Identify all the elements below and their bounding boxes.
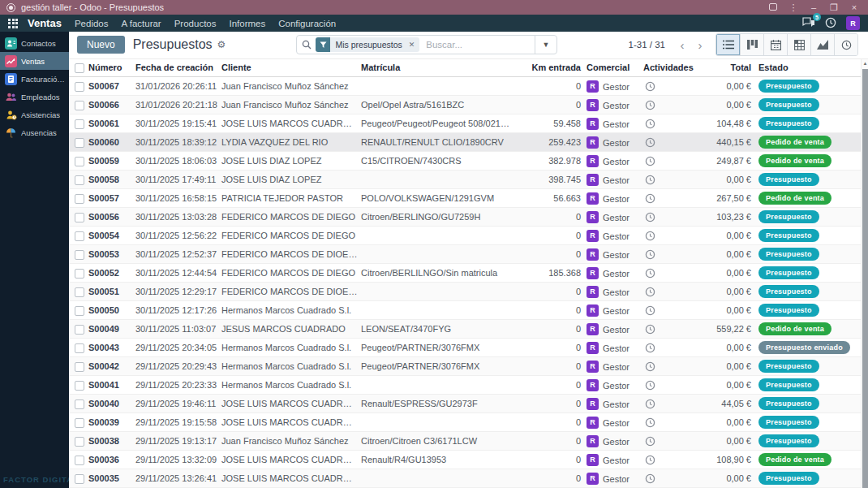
activity-clock-icon[interactable] [645,230,655,240]
activity-clock-icon[interactable] [645,136,655,146]
gear-icon[interactable]: ⚙ [217,39,226,50]
row-checkbox[interactable] [75,362,84,372]
row-checkbox[interactable] [75,101,84,110]
table-row[interactable]: S00052 30/11/2025 12:44:54 FEDERICO MARC… [69,264,868,283]
row-checkbox[interactable] [75,157,84,166]
row-checkbox[interactable] [75,250,84,260]
row-checkbox[interactable] [75,306,84,316]
table-row[interactable]: S00066 31/01/2026 20:21:18 Juan Francisc… [69,96,868,114]
table-row[interactable]: S00038 29/11/2025 19:13:17 Juan Francisc… [69,432,868,451]
app-name[interactable]: Ventas [28,17,62,29]
activity-clock-icon[interactable] [645,155,655,165]
sidebar-item-facturacion[interactable]: Facturación / ... [0,70,69,88]
activity-clock-icon[interactable] [645,379,655,389]
table-row[interactable]: S00051 30/11/2025 12:29:17 FEDERICO MARC… [69,283,868,301]
sidebar-item-empleados[interactable]: Empleados [0,88,69,106]
activity-clock-icon[interactable] [645,248,655,258]
row-checkbox[interactable] [75,325,84,335]
sidebar-item-ausencias[interactable]: Ausencias [0,123,69,141]
view-calendar-button[interactable] [763,34,787,55]
col-actividades[interactable]: Actividades [639,59,696,77]
col-estado[interactable]: Estado [754,59,868,77]
row-checkbox[interactable] [75,418,84,428]
row-checkbox[interactable] [75,231,84,241]
maximize-button[interactable]: ❐ [827,2,841,13]
table-row[interactable]: S00041 29/11/2025 20:23:33 Hermanos Marc… [69,376,868,395]
table-row[interactable]: S00035 29/11/2025 13:26:41 JOSE LUIS MAR… [69,469,868,488]
pager-next-button[interactable]: › [693,39,707,51]
new-button[interactable]: Nuevo [77,36,125,54]
activity-clock-icon[interactable] [645,342,655,352]
table-row[interactable]: S00042 29/11/2025 20:29:43 Hermanos Marc… [69,357,868,376]
activity-clock-icon[interactable] [645,473,655,482]
row-checkbox[interactable] [75,175,84,185]
activity-clock-icon[interactable] [645,435,655,445]
col-total[interactable]: Total [696,59,754,77]
sidebar-item-contactos[interactable]: Contactos [0,34,69,52]
table-row[interactable]: S00058 30/11/2025 17:49:11 JOSE LUIS DIA… [69,171,868,189]
table-row[interactable]: S00036 29/11/2025 13:32:09 JOSE LUIS MAR… [69,451,868,469]
activity-clock-icon[interactable] [645,99,655,109]
menu-productos[interactable]: Productos [174,19,217,28]
row-checkbox[interactable] [75,82,84,92]
row-checkbox[interactable] [75,474,84,484]
activity-clock-icon[interactable] [645,286,655,296]
activity-clock-icon[interactable] [645,323,655,333]
table-row[interactable]: S00056 30/11/2025 13:03:28 FEDERICO MARC… [69,208,868,227]
view-pivot-button[interactable] [787,34,810,55]
row-checkbox[interactable] [75,399,84,409]
apps-grid-icon[interactable] [8,19,18,28]
table-row[interactable]: S00054 30/11/2025 12:56:22 FEDERICO MARC… [69,227,868,245]
activity-clock-icon[interactable] [645,174,655,184]
menu-informes[interactable]: Informes [229,19,265,28]
col-comercial[interactable]: Comercial [582,59,639,77]
search-bar[interactable]: Mis presupuestos ✕ Buscar... ▼ [296,35,557,54]
scroll-up-arrow[interactable]: ▲ [862,61,868,66]
vertical-scrollbar[interactable]: ▲ [861,59,868,488]
window-menu-button[interactable]: ⋮ [786,2,801,13]
col-numero[interactable]: Número [87,59,134,77]
row-checkbox[interactable] [75,194,84,204]
table-row[interactable]: S00053 30/11/2025 12:52:37 FEDERICO MARC… [69,245,868,264]
table-row[interactable]: S00061 30/11/2025 19:15:41 JOSE LUIS MAR… [69,114,868,133]
table-row[interactable]: S00060 30/11/2025 18:39:12 LYDIA VAZQUEZ… [69,133,868,152]
table-row[interactable]: S00059 30/11/2025 18:06:03 JOSE LUIS DIA… [69,152,868,171]
facet-remove-icon[interactable]: ✕ [407,37,420,52]
close-button[interactable]: × [847,2,862,12]
search-input[interactable]: Buscar... [426,40,534,50]
table-row[interactable]: S00043 29/11/2025 20:34:05 Hermanos Marc… [69,339,868,357]
row-checkbox[interactable] [75,437,84,447]
col-km-entrada[interactable]: Km entrada [513,59,582,77]
col-cliente[interactable]: Cliente [220,59,359,77]
table-row[interactable]: S00050 30/11/2025 12:17:26 Hermanos Marc… [69,301,868,320]
table-row[interactable]: S00057 30/11/2025 16:58:15 PATRICIA TEJE… [69,189,868,208]
table-row[interactable]: S00040 29/11/2025 19:46:11 JOSE LUIS MAR… [69,395,868,413]
row-checkbox[interactable] [75,343,84,353]
menu-configuracion[interactable]: Configuración [278,19,336,28]
messages-icon[interactable]: 5 [802,17,815,29]
menu-a-facturar[interactable]: A facturar [121,19,161,28]
table-row[interactable]: S00039 29/11/2025 19:15:58 JOSE LUIS MAR… [69,413,868,432]
menu-pedidos[interactable]: Pedidos [75,19,109,28]
view-list-button[interactable] [716,34,740,55]
view-graph-button[interactable] [810,34,834,55]
scrollbar-thumb[interactable] [862,69,868,488]
row-checkbox[interactable] [75,213,84,222]
minimize-button[interactable]: – [806,2,821,12]
activities-clock-icon[interactable] [825,17,836,30]
row-checkbox[interactable] [75,381,84,391]
row-checkbox[interactable] [75,269,84,279]
user-avatar[interactable]: R [846,16,860,30]
activity-clock-icon[interactable] [645,192,655,202]
view-kanban-button[interactable] [740,34,763,55]
row-checkbox[interactable] [75,138,84,148]
row-checkbox[interactable] [75,119,84,129]
table-row[interactable]: S00067 31/01/2026 20:26:11 Juan Francisc… [69,77,868,96]
app-window-icon[interactable] [766,2,780,12]
sidebar-item-asistencias[interactable]: Asistencias [0,106,69,123]
sidebar-item-ventas[interactable]: Ventas [0,52,69,70]
activity-clock-icon[interactable] [645,361,655,370]
activity-clock-icon[interactable] [645,80,655,90]
activity-clock-icon[interactable] [645,304,655,314]
row-checkbox[interactable] [75,456,84,465]
